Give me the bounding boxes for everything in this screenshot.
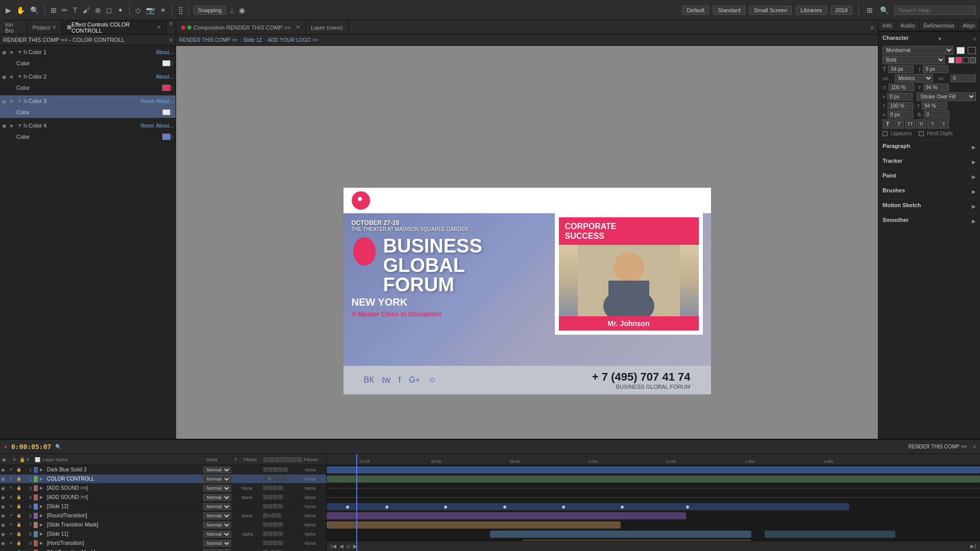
tab-render-comp[interactable]: Composition RENDER THIS COMP >> ✕ — [176, 20, 306, 34]
font-color-swatch[interactable] — [957, 47, 965, 54]
color1-eye-icon[interactable]: ◉ — [2, 49, 9, 55]
search-icon[interactable]: 🔍 — [878, 5, 890, 15]
selection-icon[interactable]: ⊞ — [49, 5, 58, 15]
tl-10-mode[interactable]: Normal — [203, 549, 231, 552]
tl-7-mode[interactable]: Normal — [203, 521, 231, 529]
tl-5-lock[interactable]: 🔒 — [16, 504, 22, 509]
color1-arrow-icon[interactable]: ⟩ — [172, 61, 174, 66]
tl-scroll-btn[interactable]: ○ — [347, 543, 350, 550]
eraser-icon[interactable]: ◻ — [105, 5, 114, 15]
color3-about-btn[interactable]: About... — [156, 98, 174, 104]
font-family-select[interactable]: Montserrat — [883, 46, 953, 55]
align-h-icon[interactable]: ⣿ — [177, 5, 185, 15]
color-swatch-c[interactable] — [963, 57, 969, 63]
color4-eye-icon[interactable]: ◉ — [2, 123, 9, 129]
character-expand-icon[interactable]: ▼ — [937, 36, 942, 42]
tl-scroll-right[interactable]: ▶ — [353, 543, 357, 549]
tab-layer[interactable]: Layer (none) — [306, 20, 348, 34]
brushes-expand-icon[interactable]: ▶ — [972, 189, 976, 194]
tl-goto-start[interactable]: |◀ — [331, 543, 336, 549]
tl-6-mode[interactable]: Normal — [203, 512, 231, 519]
style-btn-T-italic[interactable]: T — [894, 119, 904, 129]
tl-row-8[interactable]: ◉ ☀ 🔒 8 ▶ [Slide 11] Normal Alpha ⬛⬛⬛⬛ N… — [0, 530, 326, 539]
panel-menu-icon[interactable]: ≡ — [166, 20, 176, 34]
tl-7-solo[interactable]: ☀ — [9, 522, 15, 527]
tl-2-lock[interactable]: 🔒 — [16, 477, 22, 481]
tl-3-eye[interactable]: ◉ — [1, 486, 8, 491]
libraries-btn[interactable]: Libraries — [796, 6, 826, 15]
comp-panel-menu[interactable]: ≡ — [867, 20, 878, 34]
comp-tab-close[interactable]: ✕ — [296, 24, 300, 31]
tl-row-6[interactable]: ◉ ☀ 🔒 6 ▶ [RoundTransition] Normal None … — [0, 511, 326, 520]
color2-sub-row[interactable]: Color ⟩ — [0, 82, 176, 93]
tl-row-10[interactable]: ◉ ☀ 🔒 10 ▶ [Mid Transition Mask] Normal … — [0, 548, 326, 551]
text-icon[interactable]: T — [71, 5, 79, 15]
hand-icon[interactable]: ✋ — [15, 5, 27, 15]
tl-2-solo[interactable]: ☀ — [9, 477, 15, 481]
color1-sub-row[interactable]: Color ⟩ — [0, 58, 176, 69]
scale-h-input[interactable] — [889, 84, 914, 91]
tl-5-mode[interactable]: Normal — [203, 503, 231, 510]
tl-1-mode[interactable]: Normal — [203, 466, 231, 473]
style-btn-T-sup[interactable]: T — [939, 119, 949, 129]
standard-btn[interactable]: Standard — [713, 6, 745, 15]
leading-input[interactable] — [923, 65, 948, 73]
tsumi2-input[interactable] — [924, 111, 949, 118]
tl-6-eye[interactable]: ◉ — [1, 513, 8, 518]
breadcrumb-logo[interactable]: ADD YOUR LOGO >> — [268, 37, 318, 43]
light-icon[interactable]: ☀ — [158, 5, 168, 15]
tl-row-4[interactable]: ◉ ☀ 🔒 4 ▶ [ADD SOUND >>] Normal None ⬛⬛⬛… — [0, 493, 326, 502]
tl-3-solo[interactable]: ☀ — [9, 486, 15, 490]
paragraph-expand-icon[interactable]: ▶ — [972, 144, 976, 150]
tab-ion-bro[interactable]: Ion Bro — [0, 20, 28, 34]
color2-expand-icon[interactable]: ▼ — [16, 73, 23, 80]
tl-1-lock[interactable]: 🔒 — [16, 467, 22, 472]
tl-search-icon[interactable]: 🔍 — [55, 444, 61, 449]
tl-4-mode[interactable]: Normal — [203, 494, 231, 501]
color-swatch-d[interactable] — [970, 57, 976, 63]
color3-star-icon[interactable]: ★ — [9, 98, 16, 104]
tl-2-mode[interactable]: Normal — [203, 475, 231, 483]
bshift-input[interactable] — [888, 111, 913, 118]
year-btn[interactable]: 2018 — [831, 6, 852, 15]
tl-7-eye[interactable]: ◉ — [1, 522, 8, 528]
color3-sub-row[interactable]: Color ⟩ — [0, 107, 176, 118]
tl-2-expand[interactable]: ▶ — [40, 477, 46, 481]
font-size-input[interactable] — [888, 65, 914, 73]
color2-about-btn[interactable]: About... — [156, 74, 174, 80]
tl-7-lock[interactable]: 🔒 — [16, 522, 22, 527]
tl-row-7[interactable]: ◉ ☀ 🔒 7 ▶ [Slide Transition Mask] Normal… — [0, 520, 326, 530]
tl-6-lock[interactable]: 🔒 — [16, 513, 22, 518]
tl-4-expand[interactable]: ▶ — [40, 495, 46, 499]
tl-row-1[interactable]: ◉ ☀ 🔒 1 ▶ Dark Blue Solid 3 Normal ⬛⬛⬛⬛⬛… — [0, 465, 326, 474]
search-input[interactable] — [894, 6, 976, 15]
rp-tab-audio[interactable]: Audio — [896, 20, 919, 31]
tl-goto-end[interactable]: ▶| — [970, 543, 976, 549]
tab-project-close[interactable]: ✕ — [52, 24, 56, 30]
tsumi-input[interactable] — [922, 102, 947, 110]
expand-icon[interactable]: ⊞ — [865, 5, 874, 15]
color1-swatch[interactable] — [162, 60, 170, 66]
tab-effect-controls[interactable]: ⊞ Effect Controls COLOR CONTROLL ✕ — [62, 20, 166, 34]
tl-6-expand[interactable]: ▶ — [40, 513, 46, 518]
tl-4-solo[interactable]: ☀ — [9, 495, 15, 499]
hindi-checkbox[interactable] — [919, 131, 924, 136]
tl-9-solo[interactable]: ☀ — [9, 541, 15, 545]
color1-row[interactable]: ◉ ★ ▼ fx Color 1 About... — [0, 46, 176, 58]
tl-5-solo[interactable]: ☀ — [9, 504, 15, 509]
tl-8-lock[interactable]: 🔒 — [16, 532, 22, 536]
clone-icon[interactable]: ⊕ — [93, 5, 103, 15]
tl-9-expand[interactable]: ▶ — [40, 541, 46, 545]
tab-project[interactable]: Project ✕ — [28, 20, 62, 34]
style-btn-T-sub[interactable]: T — [927, 119, 938, 129]
color3-expand-icon[interactable]: ▼ — [16, 97, 23, 105]
color3-row[interactable]: ◉ ★ ▼ fx Color 3 Reset About... — [0, 95, 176, 107]
tl-8-solo[interactable]: ☀ — [9, 532, 15, 536]
color3-eye-icon[interactable]: ◉ — [2, 98, 9, 104]
tl-1-eye[interactable]: ◉ — [1, 467, 8, 472]
color2-arrow-icon[interactable]: ⟩ — [172, 85, 174, 90]
scale-v-input[interactable] — [923, 84, 949, 91]
color2-star-icon[interactable]: ★ — [9, 74, 16, 80]
color3-arrow-icon[interactable]: ⟩ — [172, 110, 174, 115]
breadcrumb-slide12[interactable]: Slide 12 — [243, 37, 262, 43]
